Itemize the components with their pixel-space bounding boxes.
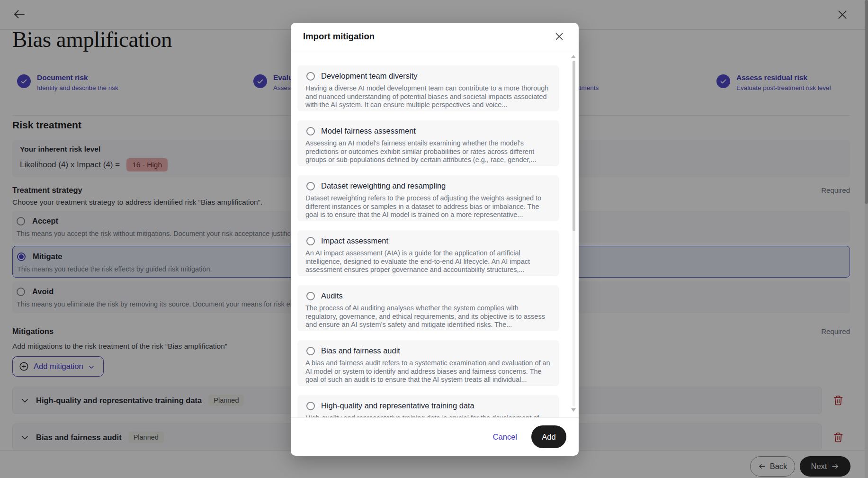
option-description: The process of AI auditing analyses whet…	[305, 304, 552, 329]
mitigation-option-training-data[interactable]: High-quality and representative training…	[297, 395, 559, 417]
close-icon	[554, 31, 567, 42]
mitigation-option-impact-assessment[interactable]: Impact assessment An AI impact assessmen…	[297, 230, 559, 276]
option-title: Audits	[321, 291, 343, 300]
modal-title: Import mitigation	[303, 31, 375, 42]
scroll-down-arrow-icon[interactable]	[571, 408, 576, 412]
mitigation-option-development-team-diversity[interactable]: Development team diversity Having a dive…	[297, 65, 559, 111]
option-description: Dataset reweighting refers to the proces…	[305, 194, 552, 219]
option-title: High-quality and representative training…	[321, 401, 474, 410]
modal-header: Import mitigation	[291, 23, 579, 50]
modal-footer: Cancel Add	[291, 417, 579, 456]
radio-unchecked-icon[interactable]	[306, 237, 315, 245]
mitigation-option-bias-and-fairness-audit[interactable]: Bias and fairness audit A bias and fairn…	[297, 340, 559, 386]
radio-unchecked-icon[interactable]	[306, 347, 315, 355]
mitigation-option-dataset-reweighting[interactable]: Dataset reweighting and resampling Datas…	[297, 175, 559, 221]
radio-unchecked-icon[interactable]	[306, 182, 315, 190]
radio-unchecked-icon[interactable]	[306, 127, 315, 135]
add-button[interactable]: Add	[531, 425, 566, 448]
radio-unchecked-icon[interactable]	[306, 402, 315, 410]
option-title: Bias and fairness audit	[321, 346, 400, 355]
cancel-button[interactable]: Cancel	[493, 433, 517, 442]
option-description: Having a diverse AI model development te…	[305, 84, 552, 109]
mitigation-options-list: Development team diversity Having a dive…	[291, 50, 579, 417]
option-title: Development team diversity	[321, 72, 418, 81]
mitigation-option-model-fairness-assessment[interactable]: Model fairness assessment Assessing an A…	[297, 120, 559, 166]
option-description: A bias and fairness audit refers to a sy…	[305, 359, 552, 384]
radio-unchecked-icon[interactable]	[306, 292, 315, 300]
option-description: High-quality and representative training…	[305, 414, 552, 417]
option-description: An AI impact assessment (AIA) is a guide…	[305, 249, 552, 274]
radio-unchecked-icon[interactable]	[306, 72, 315, 81]
import-mitigation-modal: Import mitigation Development team diver…	[291, 23, 579, 456]
option-title: Impact assessment	[321, 236, 388, 245]
scroll-up-arrow-icon[interactable]	[571, 55, 576, 58]
option-title: Dataset reweighting and resampling	[321, 181, 446, 190]
modal-close-button[interactable]	[554, 30, 567, 43]
option-title: Model fairness assessment	[321, 126, 416, 135]
mitigation-option-audits[interactable]: Audits The process of AI auditing analys…	[297, 285, 559, 331]
app-window: Bias amplification Document risk Identif…	[0, 0, 868, 478]
modal-scrollbar-thumb[interactable]	[573, 61, 575, 231]
option-description: Assessing an AI model's fairness entails…	[305, 139, 552, 164]
